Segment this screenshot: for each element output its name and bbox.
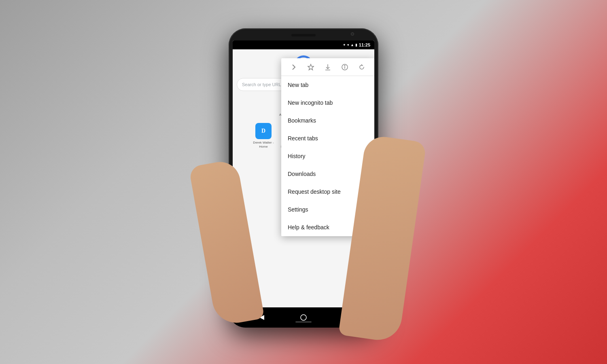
phone-bottom-bar	[295, 321, 312, 323]
forward-icon	[290, 63, 297, 71]
download-icon	[324, 63, 331, 71]
status-time: 11:25	[359, 42, 370, 47]
refresh-icon	[358, 63, 365, 71]
shortcut-label-derek: Derek Walter - Home	[252, 141, 275, 148]
wifi-icon: ▾	[347, 43, 349, 47]
page-info-button[interactable]	[338, 61, 351, 74]
status-icons: ✦ ▾ ▲ ▮	[343, 43, 357, 47]
shortcut-derek[interactable]: D Derek Walter - Home	[252, 123, 275, 148]
bookmark-star-button[interactable]	[304, 61, 317, 74]
bluetooth-icon: ✦	[343, 43, 346, 47]
search-placeholder: Search or type URL	[242, 82, 281, 87]
signal-icon: ▲	[350, 43, 354, 47]
phone-speaker	[291, 34, 316, 36]
status-bar: ✦ ▾ ▲ ▮ 11:25	[233, 40, 374, 49]
shortcut-icon-derek: D	[255, 123, 272, 139]
menu-item-new-incognito-tab[interactable]: New incognito tab	[281, 94, 374, 112]
svg-point-6	[344, 65, 345, 66]
star-icon	[307, 63, 314, 71]
battery-icon: ▮	[355, 43, 357, 47]
menu-item-bookmarks[interactable]: Bookmarks	[281, 112, 374, 129]
phone-camera	[351, 32, 354, 36]
svg-marker-1	[308, 64, 314, 70]
forward-button[interactable]	[287, 61, 300, 74]
home-icon	[300, 314, 307, 321]
home-button[interactable]	[299, 313, 308, 322]
info-icon	[341, 63, 348, 71]
menu-item-new-tab[interactable]: New tab	[281, 76, 374, 94]
menu-item-recent-tabs[interactable]: Recent tabs	[281, 129, 374, 147]
phone-scene: ✦ ▾ ▲ ▮ 11:25 Search or type URL	[214, 16, 393, 348]
refresh-button[interactable]	[355, 61, 368, 74]
menu-item-history[interactable]: History	[281, 147, 374, 165]
download-page-button[interactable]	[321, 61, 334, 74]
svg-point-8	[301, 315, 306, 320]
menu-toolbar	[281, 58, 374, 76]
